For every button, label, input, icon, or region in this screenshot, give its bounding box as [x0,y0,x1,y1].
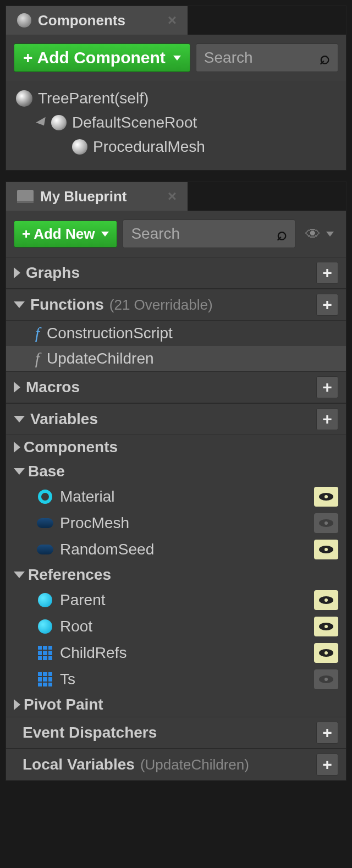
search-placeholder: Search [131,225,180,243]
visibility-toggle[interactable] [314,669,338,689]
variable-label: Ts [60,671,75,688]
blueprint-tab-bar: My Blueprint × [6,182,346,211]
subcat-label: Components [24,438,118,456]
event-dispatchers-label: Event Dispatchers [23,724,157,741]
add-graph-button[interactable]: + [316,262,338,284]
add-dispatcher-button[interactable]: + [316,722,338,744]
variable-label: ChildRefs [60,644,127,662]
scene-icon [72,139,87,155]
expand-icon[interactable] [14,416,25,422]
blueprint-tab-label: My Blueprint [40,188,127,205]
tree-root-row[interactable]: TreeParent(self) [6,86,346,111]
local-variables-label: Local Variables [23,756,135,773]
plus-icon: + [23,48,33,67]
subcategory-components[interactable]: Components [6,435,346,459]
components-tab[interactable]: Components × [6,6,188,35]
local-variables-context: (UpdateChildren) [140,756,249,773]
blueprint-icon [17,190,34,203]
collapse-icon[interactable] [14,267,20,278]
visibility-toggle[interactable] [314,513,338,533]
category-functions[interactable]: Functions (21 Overridable) + [6,289,346,321]
variable-material[interactable]: Material [6,484,346,510]
close-icon[interactable]: × [168,188,177,205]
subcategory-base[interactable]: Base [6,459,346,484]
eye-icon: 👁 [305,225,321,243]
object-ref-icon [37,618,53,635]
expand-icon[interactable] [14,301,25,308]
function-item-updatechildren[interactable]: f UpdateChildren [6,346,346,371]
components-panel: Components × + Add Component Search ⌕ Tr… [6,6,346,171]
variable-label: ProcMesh [60,514,129,532]
components-search-input[interactable]: Search ⌕ [196,43,338,72]
components-tab-bar: Components × [6,6,346,35]
variable-procmesh[interactable]: ProcMesh [6,510,346,536]
subcat-label: References [28,566,111,584]
collapse-icon[interactable] [14,699,20,710]
search-icon: ⌕ [277,224,287,244]
collapse-icon[interactable] [14,442,20,453]
search-placeholder: Search [204,49,253,67]
variable-root[interactable]: Root [6,613,346,640]
tree-scene-root-row[interactable]: DefaultSceneRoot [6,111,346,135]
search-icon: ⌕ [320,48,330,68]
array-icon [37,645,53,661]
category-local-variables[interactable]: Local Variables (UpdateChildren) + [6,749,346,781]
graphs-label: Graphs [26,264,80,282]
function-label: ConstructionScript [47,325,173,342]
variable-label: Root [60,618,92,635]
expand-icon[interactable] [14,572,25,578]
macros-label: Macros [26,378,80,396]
root-label: TreeParent(self) [38,90,148,107]
category-graphs[interactable]: Graphs + [6,257,346,289]
add-variable-button[interactable]: + [316,408,338,430]
chevron-down-icon [173,56,181,61]
visibility-toggle[interactable] [314,540,338,559]
variables-label: Variables [30,410,98,428]
variable-parent[interactable]: Parent [6,587,346,613]
components-tab-label: Components [38,12,125,29]
subcategory-references[interactable]: References [6,563,346,587]
add-component-label: Add Component [37,48,166,67]
function-icon: f [28,349,47,368]
material-icon [37,488,53,505]
expand-icon[interactable] [14,468,25,475]
chevron-down-icon [101,232,109,237]
subcategory-pivot-paint[interactable]: Pivot Paint [6,693,346,717]
object-ref-icon [37,592,53,608]
visibility-toggle[interactable] [314,617,338,636]
blueprint-search-input[interactable]: Search ⌕ [123,219,295,248]
close-icon[interactable]: × [168,12,177,29]
category-macros[interactable]: Macros + [6,371,346,403]
disclosure-icon[interactable] [36,117,48,128]
tree-child-row[interactable]: ProceduralMesh [6,135,346,159]
array-icon [37,671,53,688]
add-macro-button[interactable]: + [316,376,338,398]
chevron-down-icon [326,232,334,237]
variable-randomseed[interactable]: RandomSeed [6,536,346,563]
blueprint-panel: My Blueprint × + Add New Search ⌕ 👁 Grap… [6,182,346,781]
visibility-toggle[interactable] [314,643,338,663]
variable-childrefs[interactable]: ChildRefs [6,640,346,666]
blueprint-tab[interactable]: My Blueprint × [6,182,188,211]
add-localvar-button[interactable]: + [316,754,338,776]
add-new-button[interactable]: + Add New [14,221,117,248]
collapse-icon[interactable] [14,382,20,393]
blueprint-toolbar: + Add New Search ⌕ 👁 [6,211,346,257]
actor-icon [16,90,32,107]
child-label: ProceduralMesh [93,138,205,156]
add-function-button[interactable]: + [316,294,338,316]
function-label: UpdateChildren [47,350,154,367]
object-icon [37,515,53,531]
visibility-toggle[interactable] [314,590,338,610]
variable-label: RandomSeed [60,541,154,558]
category-event-dispatchers[interactable]: Event Dispatchers + [6,717,346,749]
function-item-construction[interactable]: f ConstructionScript [6,321,346,346]
add-component-button[interactable]: + Add Component [14,43,190,72]
plus-icon: + [22,226,30,243]
subcat-label: Base [28,463,65,480]
visibility-toggle[interactable] [314,487,338,507]
category-variables[interactable]: Variables + [6,403,346,435]
variable-ts[interactable]: Ts [6,666,346,693]
visibility-filter-dropdown[interactable]: 👁 [301,225,338,243]
components-tree: TreeParent(self) DefaultSceneRoot Proced… [6,81,346,170]
